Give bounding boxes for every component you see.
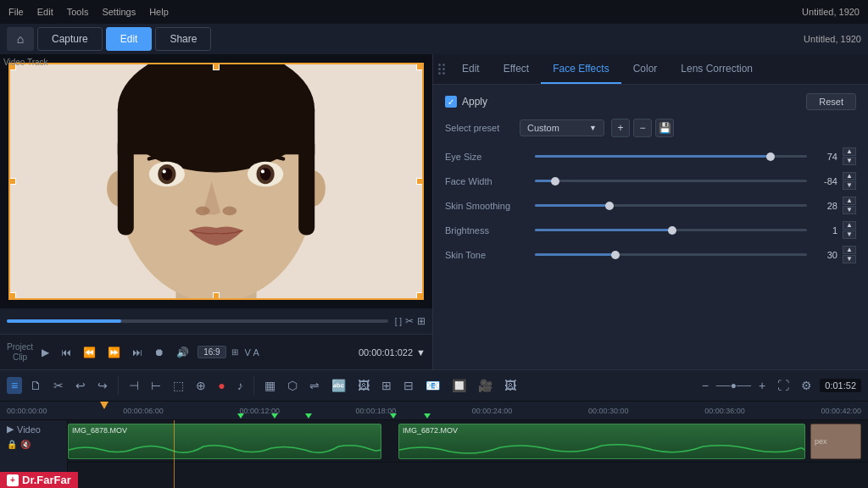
fit-view-button[interactable]: ⛶ — [773, 377, 793, 394]
tool-red-eye[interactable]: ● — [214, 377, 229, 394]
home-button[interactable]: ⌂ — [7, 27, 34, 51]
step-forward-button[interactable]: ⏩ — [104, 345, 124, 360]
menu-bar[interactable]: File Edit Tools Settings Help — [8, 7, 169, 17]
share-button[interactable]: Share — [155, 27, 211, 51]
eye-size-up[interactable]: ▲ — [843, 147, 856, 156]
tab-lens-correction[interactable]: Lens Correction — [669, 54, 765, 84]
ruler-mark-0: 00:00:00:00 — [7, 407, 47, 415]
tool-text[interactable]: 🔤 — [327, 377, 350, 394]
preset-add-button[interactable]: + — [611, 119, 630, 137]
tool-timeline[interactable]: ≡ — [7, 377, 22, 394]
tool-audio[interactable]: ♪ — [233, 377, 248, 394]
face-width-up[interactable]: ▲ — [843, 172, 856, 180]
skin-tone-slider[interactable] — [535, 253, 807, 256]
snapshot-icon[interactable]: ⊞ — [417, 315, 426, 327]
preset-select[interactable]: Custom ▼ — [520, 119, 604, 136]
trim-start-icon[interactable]: [ ] — [395, 317, 402, 326]
tab-face-effects[interactable]: Face Effects — [541, 54, 620, 84]
tool-motion[interactable]: ⬡ — [283, 377, 302, 394]
skip-end-button[interactable]: ⏭ — [129, 345, 146, 360]
volume-button[interactable]: 🔊 — [173, 345, 192, 360]
zoom-out-button[interactable]: − — [698, 377, 713, 394]
tool-insert[interactable]: ⊕ — [192, 377, 210, 394]
corner-handle-bm[interactable] — [213, 292, 220, 299]
scissors-icon[interactable]: ✂ — [405, 315, 414, 327]
preset-remove-button[interactable]: − — [633, 119, 652, 137]
timeline-tracks: ▶ Video 🔒 🔇 IMG_6878.MOV — [0, 420, 868, 488]
skin-tone-down[interactable]: ▼ — [843, 255, 856, 263]
menu-tools[interactable]: Tools — [67, 7, 89, 17]
track-mute-icon[interactable]: 🔇 — [20, 440, 31, 449]
tool-email[interactable]: 📧 — [421, 377, 444, 394]
tool-redo[interactable]: ↪ — [93, 377, 112, 394]
face-width-thumb[interactable] — [551, 177, 559, 186]
display-mode-icon[interactable]: ⊞ — [231, 347, 238, 357]
eye-size-slider[interactable] — [535, 155, 807, 158]
progress-bar[interactable] — [7, 319, 388, 323]
clip-pex[interactable]: pex — [810, 424, 861, 459]
clip-img6872[interactable]: IMG_6872.MOV — [398, 424, 805, 459]
tool-split[interactable]: ⬚ — [169, 377, 188, 394]
record-button[interactable]: ⏺ — [151, 345, 168, 360]
skip-start-button[interactable]: ⏮ — [58, 345, 75, 360]
eye-size-thumb[interactable] — [766, 152, 775, 161]
skin-smoothing-thumb[interactable] — [605, 202, 614, 210]
svg-point-18 — [222, 207, 236, 216]
face-width-down[interactable]: ▼ — [843, 181, 856, 190]
brightness-thumb[interactable] — [668, 226, 676, 235]
reset-button[interactable]: Reset — [806, 93, 856, 110]
brightness-down[interactable]: ▼ — [843, 230, 856, 239]
menu-help[interactable]: Help — [149, 7, 169, 17]
clip-img6878[interactable]: IMG_6878.MOV — [68, 424, 381, 459]
preset-save-button[interactable]: 💾 — [655, 119, 674, 137]
play-button[interactable]: ▶ — [38, 345, 53, 360]
tool-overlay[interactable]: 🖼 — [353, 377, 374, 394]
edit-button[interactable]: Edit — [106, 27, 153, 51]
apply-checkbox-label[interactable]: ✓ Apply — [445, 96, 487, 108]
skin-tone-up[interactable]: ▲ — [843, 246, 856, 254]
skin-smoothing-down[interactable]: ▼ — [843, 206, 856, 214]
marker-3 — [305, 413, 312, 419]
corner-handle-tr[interactable] — [416, 64, 423, 70]
preset-row: Select preset Custom ▼ + − 💾 — [445, 119, 856, 137]
menu-settings[interactable]: Settings — [102, 7, 136, 17]
face-width-slider[interactable] — [535, 180, 807, 182]
tool-trim-end[interactable]: ⊢ — [147, 377, 165, 394]
tool-undo[interactable]: ↩ — [71, 377, 90, 394]
corner-handle-tm[interactable] — [213, 64, 220, 70]
corner-handle-ml[interactable] — [9, 178, 16, 185]
brightness-up[interactable]: ▲ — [843, 221, 856, 230]
eye-size-down[interactable]: ▼ — [843, 157, 856, 165]
tool-color-grade[interactable]: ⊟ — [399, 377, 418, 394]
tool-copy[interactable]: 🗋 — [25, 377, 46, 394]
text-overlay-btn[interactable]: V A — [245, 347, 259, 358]
corner-handle-br[interactable] — [416, 292, 423, 299]
tool-camera[interactable]: 🎥 — [474, 377, 497, 394]
tool-mask[interactable]: 🔲 — [448, 377, 470, 394]
track-lock-icon[interactable]: 🔒 — [7, 440, 17, 449]
settings-btn[interactable]: ⚙ — [797, 377, 816, 394]
tab-effect[interactable]: Effect — [492, 54, 541, 84]
corner-handle-bl[interactable] — [9, 292, 16, 299]
skin-smoothing-up[interactable]: ▲ — [843, 197, 856, 205]
apply-checkbox[interactable]: ✓ — [445, 96, 457, 108]
skin-smoothing-slider[interactable] — [535, 204, 807, 207]
zoom-in-button[interactable]: + — [754, 377, 770, 394]
menu-edit[interactable]: Edit — [37, 7, 53, 17]
step-back-button[interactable]: ⏪ — [80, 345, 99, 360]
skin-tone-thumb[interactable] — [611, 251, 620, 259]
tool-trim-start[interactable]: ⊣ — [125, 377, 143, 394]
corner-handle-mr[interactable] — [416, 178, 423, 185]
progress-fill — [7, 319, 121, 323]
tool-grid[interactable]: ▦ — [260, 377, 280, 394]
tool-picture[interactable]: 🖼 — [500, 377, 520, 394]
tool-cut[interactable]: ✂ — [49, 377, 68, 394]
capture-button[interactable]: Capture — [37, 27, 103, 51]
tab-edit[interactable]: Edit — [450, 54, 492, 84]
tab-color[interactable]: Color — [621, 54, 670, 84]
eye-size-label: Eye Size — [445, 152, 530, 162]
menu-file[interactable]: File — [8, 7, 24, 17]
tool-crop[interactable]: ⊞ — [377, 377, 396, 394]
brightness-slider[interactable] — [535, 229, 807, 231]
tool-transition[interactable]: ⇌ — [305, 377, 324, 394]
